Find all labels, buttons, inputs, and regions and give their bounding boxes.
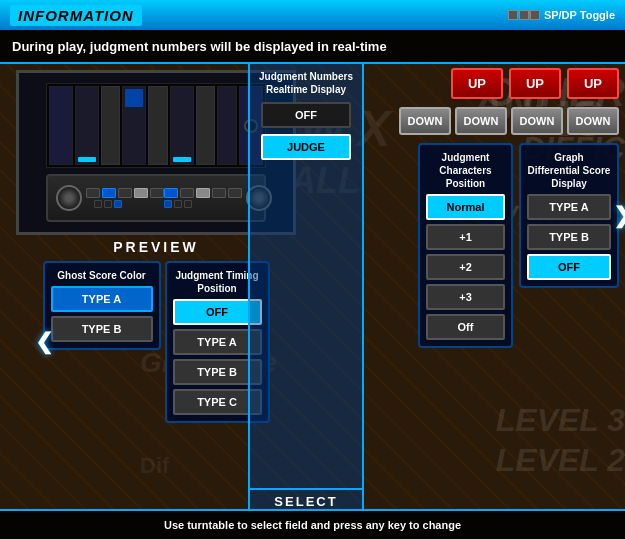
chars-plus1-button[interactable]: +1 [426, 224, 505, 250]
preview-label: PREVIEW [113, 239, 199, 255]
ghost-score-title: Ghost Score Color [57, 269, 145, 282]
bottom-bar-text: Use turntable to select field and press … [164, 519, 461, 531]
top-bar-title: INFORMATION [10, 5, 142, 26]
ghost-score-type-a-button[interactable]: TYPE A [51, 286, 153, 312]
graph-type-a-button[interactable]: TYPE A [527, 194, 611, 220]
graph-off-button[interactable]: OFF [527, 254, 611, 280]
info-bar: During play, judgment numbers will be di… [0, 30, 625, 64]
chars-off-button[interactable]: Off [426, 314, 505, 340]
chars-plus3-button[interactable]: +3 [426, 284, 505, 310]
up-button-1[interactable]: UP [451, 68, 503, 99]
down-button-4[interactable]: DOWN [567, 107, 619, 135]
spdp-label: SP/DP Toggle [544, 9, 615, 21]
judgment-chars-panel: Judgment Characters Position Normal +1 +… [418, 143, 513, 348]
graph-differential-panel: Graph Differential Score Display TYPE A … [519, 143, 619, 288]
chars-plus2-button[interactable]: +2 [426, 254, 505, 280]
down-button-1[interactable]: DOWN [399, 107, 451, 135]
graph-type-b-button[interactable]: TYPE B [527, 224, 611, 250]
chars-normal-button[interactable]: Normal [426, 194, 505, 220]
top-bar: INFORMATION SP/DP Toggle [0, 0, 625, 30]
down-button-3[interactable]: DOWN [511, 107, 563, 135]
arrow-right-icon[interactable]: ❯ [613, 203, 625, 229]
ghost-score-panel: Ghost Score Color TYPE A TYPE B [43, 261, 161, 423]
up-button-3[interactable]: UP [567, 68, 619, 99]
bottom-bar: Use turntable to select field and press … [0, 509, 625, 539]
jn-off-button[interactable]: OFF [261, 102, 351, 128]
judgment-numbers-title: Judgment Numbers Realtime Display [250, 70, 362, 96]
up-button-2[interactable]: UP [509, 68, 561, 99]
down-button-2[interactable]: DOWN [455, 107, 507, 135]
judgment-chars-title: Judgment Characters Position [426, 151, 505, 190]
graph-differential-title: Graph Differential Score Display [527, 151, 611, 190]
jn-judge-button[interactable]: JUDGE [261, 134, 351, 160]
arrow-left-icon[interactable]: ❮ [35, 329, 53, 355]
ghost-score-type-b-button[interactable]: TYPE B [51, 316, 153, 342]
info-text: During play, judgment numbers will be di… [12, 39, 387, 54]
spdp-toggle[interactable]: SP/DP Toggle [508, 9, 615, 21]
select-label: SELECT [250, 488, 362, 509]
